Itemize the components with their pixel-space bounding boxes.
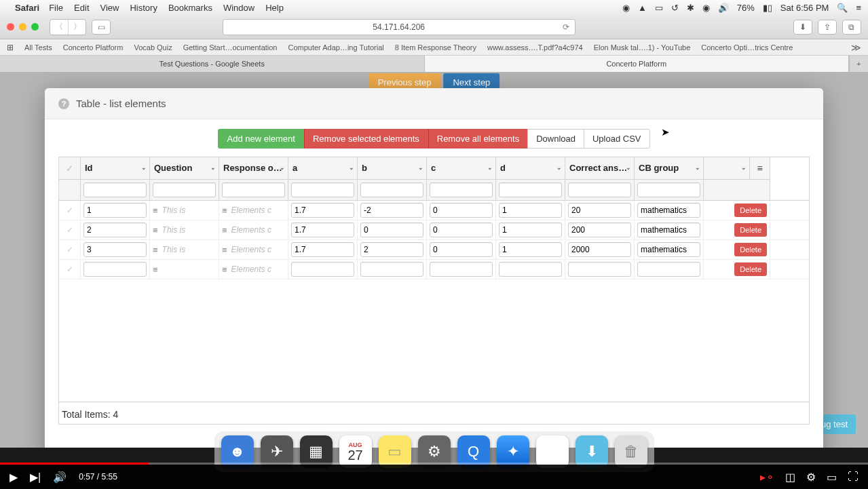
captions-icon[interactable]: ◫ bbox=[785, 471, 795, 484]
play-button[interactable]: ▶ bbox=[10, 471, 18, 484]
cell-question[interactable]: ≡This is bbox=[150, 201, 219, 220]
cell-c[interactable] bbox=[430, 242, 493, 257]
volume-button[interactable]: 🔊 bbox=[53, 471, 67, 484]
filter-a[interactable] bbox=[291, 182, 354, 197]
favorites-grid-icon[interactable]: ⊞ bbox=[7, 43, 14, 52]
select-all-checkbox[interactable]: ✓ bbox=[59, 157, 81, 180]
reorder-icon[interactable]: ≡ bbox=[153, 206, 158, 216]
settings-icon[interactable]: ⚙ bbox=[806, 471, 816, 484]
cell-d[interactable] bbox=[499, 262, 562, 277]
reorder-icon[interactable]: ≡ bbox=[153, 225, 158, 235]
menu-history[interactable]: History bbox=[130, 3, 157, 13]
cloud-icon[interactable]: ▲ bbox=[638, 3, 647, 13]
sidebar-button[interactable]: ▭ bbox=[92, 20, 111, 35]
reorder-icon[interactable]: ≡ bbox=[222, 225, 227, 235]
download-button[interactable]: Download bbox=[527, 129, 584, 149]
fav-7[interactable]: Elon Musk tal….1) - YouTube bbox=[594, 43, 691, 52]
col-a[interactable]: a⌄ bbox=[288, 157, 358, 180]
cell-a[interactable] bbox=[291, 242, 354, 257]
close-window-button[interactable] bbox=[7, 23, 14, 31]
display-icon[interactable]: ▭ bbox=[655, 3, 663, 13]
cell-c[interactable] bbox=[430, 222, 493, 237]
fav-5[interactable]: 8 Item Response Theory bbox=[395, 43, 476, 52]
cell-response[interactable]: ≡Elements c bbox=[219, 201, 288, 220]
col-correct[interactable]: Correct ans…⌄ bbox=[565, 157, 635, 180]
remove-selected-button[interactable]: Remove selected elements bbox=[304, 129, 428, 149]
share-button[interactable]: ⇪ bbox=[818, 20, 837, 35]
reorder-icon[interactable]: ≡ bbox=[222, 265, 227, 275]
url-bar[interactable]: 54.171.64.206 ⟳ bbox=[223, 19, 575, 35]
minimize-window-button[interactable] bbox=[19, 23, 26, 31]
battery-icon[interactable]: ▮▯ bbox=[763, 3, 772, 13]
cell-correct[interactable] bbox=[568, 262, 631, 277]
fullscreen-icon[interactable]: ⛶ bbox=[848, 471, 858, 483]
cell-b[interactable] bbox=[360, 203, 423, 218]
row-checkbox[interactable]: ✓ bbox=[59, 220, 81, 239]
cell-d[interactable] bbox=[499, 222, 562, 237]
circled-icon[interactable]: ◉ bbox=[622, 3, 630, 13]
filter-c[interactable] bbox=[430, 182, 493, 197]
col-cbgroup[interactable]: CB group⌄ bbox=[635, 157, 704, 180]
autoplay-icon[interactable]: ▸⚬ bbox=[760, 471, 774, 484]
menu-icon[interactable]: ≡ bbox=[856, 3, 861, 13]
fav-8[interactable]: Concerto Opti…trics Centre bbox=[701, 43, 793, 52]
cell-a[interactable] bbox=[291, 203, 354, 218]
wifi-icon[interactable]: ◉ bbox=[702, 3, 710, 13]
clock-text[interactable]: Sat 6:56 PM bbox=[780, 3, 829, 13]
filter-id[interactable] bbox=[83, 182, 147, 197]
delete-button[interactable]: Delete bbox=[734, 262, 767, 276]
bluetooth-icon[interactable]: ✱ bbox=[687, 3, 694, 13]
next-button[interactable]: ▶| bbox=[30, 471, 41, 484]
menu-edit[interactable]: Edit bbox=[74, 3, 89, 13]
reload-icon[interactable]: ⟳ bbox=[563, 22, 569, 32]
fav-4[interactable]: Computer Adap…ing Tutorial bbox=[288, 43, 383, 52]
col-d[interactable]: d⌄ bbox=[496, 157, 565, 180]
cell-b[interactable] bbox=[360, 262, 423, 277]
menu-file[interactable]: File bbox=[49, 3, 63, 13]
row-checkbox[interactable]: ✓ bbox=[59, 240, 81, 259]
cell-id[interactable] bbox=[83, 242, 147, 257]
cell-cbgroup[interactable] bbox=[637, 242, 700, 257]
back-button[interactable]: 〈 bbox=[50, 20, 68, 35]
fav-1[interactable]: Concerto Platform bbox=[63, 43, 124, 52]
cell-a[interactable] bbox=[291, 262, 354, 277]
filter-response[interactable] bbox=[222, 182, 285, 197]
cell-question[interactable]: ≡This is bbox=[150, 240, 219, 259]
cell-response[interactable]: ≡Elements c bbox=[219, 220, 288, 239]
tabs-button[interactable]: ⧉ bbox=[842, 20, 861, 35]
menubar-app-name[interactable]: Safari bbox=[15, 3, 39, 13]
menu-window[interactable]: Window bbox=[223, 3, 254, 13]
download-button[interactable]: ⬇ bbox=[793, 20, 812, 35]
new-tab-button[interactable]: + bbox=[849, 56, 868, 72]
filter-d[interactable] bbox=[499, 182, 562, 197]
cell-id[interactable] bbox=[83, 222, 147, 237]
filter-question[interactable] bbox=[153, 182, 216, 197]
cell-d[interactable] bbox=[499, 203, 562, 218]
column-menu-icon[interactable]: ≡ bbox=[750, 157, 770, 180]
cell-d[interactable] bbox=[499, 242, 562, 257]
cell-id[interactable] bbox=[83, 203, 147, 218]
cell-correct[interactable] bbox=[568, 203, 631, 218]
theater-icon[interactable]: ▭ bbox=[827, 471, 837, 484]
tab-concerto[interactable]: Concerto Platform bbox=[425, 56, 850, 72]
filter-b[interactable] bbox=[360, 182, 423, 197]
col-c[interactable]: c⌄ bbox=[427, 157, 496, 180]
cell-correct[interactable] bbox=[568, 242, 631, 257]
cell-response[interactable]: ≡Elements c bbox=[219, 240, 288, 259]
reorder-icon[interactable]: ≡ bbox=[153, 265, 158, 275]
fav-3[interactable]: Getting Start…ocumentation bbox=[183, 43, 278, 52]
cell-c[interactable] bbox=[430, 262, 493, 277]
cell-b[interactable] bbox=[360, 242, 423, 257]
cell-c[interactable] bbox=[430, 203, 493, 218]
cell-cbgroup[interactable] bbox=[637, 222, 700, 237]
filter-correct[interactable] bbox=[568, 182, 631, 197]
cell-response[interactable]: ≡Elements c bbox=[219, 260, 288, 279]
col-question[interactable]: Question⌄ bbox=[150, 157, 219, 180]
filter-cbgroup[interactable] bbox=[637, 182, 700, 197]
cell-cbgroup[interactable] bbox=[637, 262, 700, 277]
upload-csv-button[interactable]: Upload CSV bbox=[584, 129, 650, 149]
menu-bookmarks[interactable]: Bookmarks bbox=[168, 3, 212, 13]
cell-a[interactable] bbox=[291, 222, 354, 237]
remove-all-button[interactable]: Remove all elements bbox=[428, 129, 528, 149]
cell-correct[interactable] bbox=[568, 222, 631, 237]
